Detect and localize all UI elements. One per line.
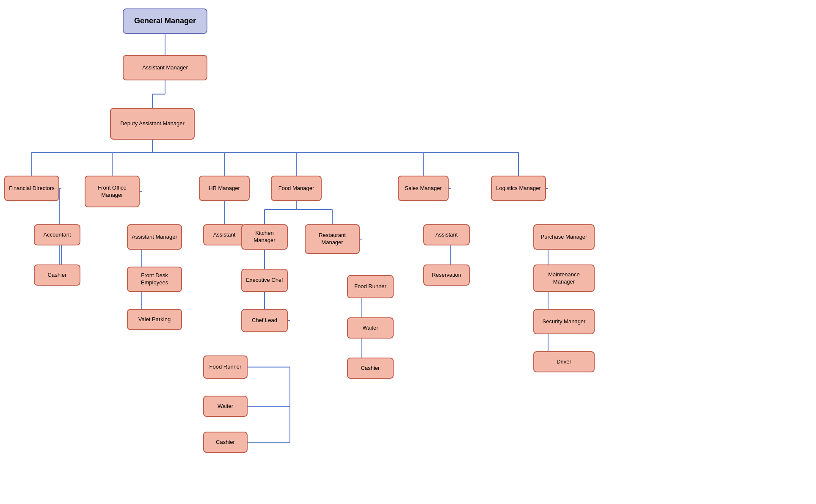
- node-food_runner_rm: Food Runner: [347, 275, 394, 298]
- node-deputy_assistant_manager: Deputy Assistant Manager: [110, 108, 195, 140]
- node-food_runner_fm: Food Runner: [203, 355, 248, 379]
- node-accountant: Accountant: [34, 224, 80, 245]
- node-waiter_fm: Waiter: [203, 396, 248, 417]
- node-hr_manager: HR Manager: [199, 176, 250, 201]
- node-assistant_sales: Assistant: [423, 224, 470, 245]
- node-reservation: Reservation: [423, 264, 470, 286]
- node-general_manager: General Manager: [123, 8, 207, 34]
- node-waiter_rm: Waiter: [347, 317, 394, 339]
- org-chart: General ManagerAssistant ManagerDeputy A…: [0, 0, 816, 478]
- node-chef_lead: Chef Lead: [241, 309, 288, 332]
- node-cashier_fin: Cashier: [34, 264, 80, 286]
- node-front_desk_employees: Front Desk Employees: [127, 267, 182, 292]
- node-front_office_manager: Front Office Manager: [85, 176, 140, 207]
- node-kitchen_manager: Kitchen Manager: [241, 224, 288, 250]
- node-cashier_fm: Cashier: [203, 432, 248, 453]
- node-financial_directors: Financial Directors: [4, 176, 59, 201]
- node-food_manager: Food Manager: [271, 176, 322, 201]
- node-logistics_manager: Logistics Manager: [491, 176, 546, 201]
- node-assistant_manager: Assistant Manager: [123, 55, 207, 80]
- node-restaurant_manager: Restaurant Manager: [305, 224, 360, 254]
- node-cashier_rm: Cashier: [347, 358, 394, 379]
- node-valet_parking: Valet Parking: [127, 309, 182, 330]
- node-assistant_hr: Assistant: [203, 224, 245, 245]
- node-executive_chef: Executive Chef: [241, 269, 288, 292]
- node-assistant_manager_fo: Assistant Manager: [127, 224, 182, 250]
- node-maintenance_manager: Maintenance Manager: [533, 264, 595, 292]
- node-sales_manager: Sales Manager: [398, 176, 449, 201]
- node-security_manager: Security Manager: [533, 309, 595, 334]
- node-purchase_manager: Purchase Manager: [533, 224, 595, 250]
- node-driver: Driver: [533, 351, 595, 372]
